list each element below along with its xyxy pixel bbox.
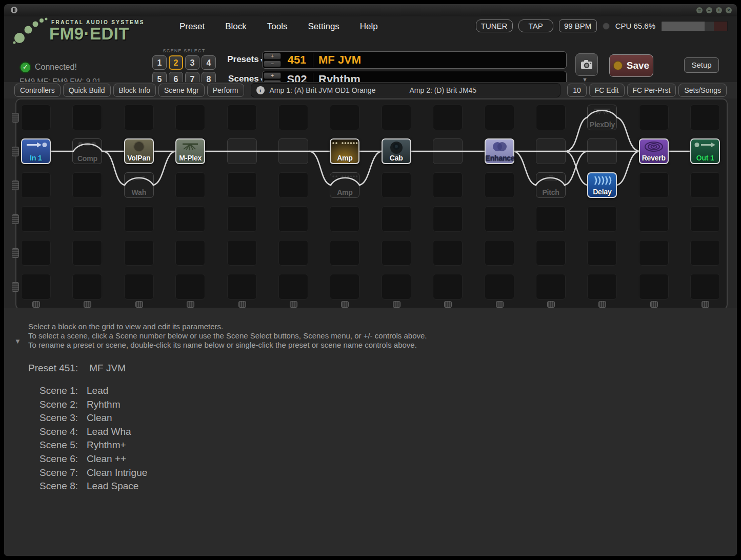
menu-tools[interactable]: Tools [267, 22, 288, 32]
grid-slot[interactable] [278, 172, 308, 198]
block-amp[interactable]: Amp [330, 172, 359, 198]
grid-slot[interactable] [690, 240, 720, 266]
bpm-display[interactable]: 99 BPM [559, 19, 597, 32]
preset-decrement-button[interactable]: − [264, 61, 281, 67]
grid-slot[interactable] [433, 172, 463, 198]
grid-slot[interactable] [639, 172, 669, 198]
menu-settings[interactable]: Settings [308, 22, 339, 32]
grid-slot[interactable] [227, 206, 257, 232]
scene-list-name[interactable]: Clean Intrigue [87, 467, 147, 478]
row-handle[interactable] [12, 113, 19, 123]
block-enhance[interactable]: Enhance [485, 138, 514, 164]
menu-block[interactable]: Block [225, 22, 247, 32]
sets-songs-button[interactable]: Sets/Songs [678, 84, 727, 97]
tap-button[interactable]: TAP [518, 19, 553, 32]
block-wah[interactable]: Wah [124, 172, 154, 198]
preset-name[interactable]: MF JVM [313, 53, 566, 67]
block-reverb[interactable]: Reverb [639, 138, 669, 164]
window-pin-icon[interactable] [696, 7, 703, 13]
column-handle[interactable] [496, 301, 504, 308]
scene-increment-button[interactable]: + [264, 72, 281, 79]
grid-slot[interactable] [124, 274, 154, 299]
scene-list-name[interactable]: Clean [87, 412, 112, 423]
grid-slot[interactable] [21, 274, 51, 299]
grid-slot[interactable] [690, 206, 720, 232]
scene-list-row[interactable]: Scene 7:Clean Intrigue [28, 466, 147, 480]
column-handle[interactable] [290, 301, 297, 308]
block-volpan[interactable]: VolPan [124, 138, 154, 164]
grid-slot[interactable] [485, 206, 514, 232]
scene-list-row[interactable]: Scene 8:Lead Space [28, 479, 147, 493]
block-info-button[interactable]: Block Info [113, 84, 156, 97]
grid-slot[interactable] [21, 105, 51, 130]
grid-slot-shunt[interactable] [227, 138, 257, 164]
menu-preset[interactable]: Preset [179, 22, 205, 32]
scene-select-button-3[interactable]: 3 [185, 55, 199, 70]
block-comp[interactable]: Comp [72, 138, 102, 164]
grid-slot[interactable] [382, 172, 411, 198]
grid-slot[interactable] [382, 206, 411, 232]
grid-slot[interactable] [175, 240, 205, 266]
column-handle[interactable] [650, 301, 658, 308]
grid-slot[interactable] [72, 172, 102, 198]
block-m-plex[interactable]: M-Plex [175, 138, 205, 164]
scene-list-name[interactable]: Lead Space [87, 481, 138, 491]
grid-slot[interactable] [639, 206, 669, 232]
scene-mgr-button[interactable]: Scene Mgr [158, 84, 205, 97]
scene-list-name[interactable]: Lead [87, 385, 108, 396]
grid-slot[interactable] [175, 206, 205, 232]
scene-list-row[interactable]: Scene 1:Lead [28, 384, 147, 398]
quick-build-button[interactable]: Quick Build [63, 84, 111, 97]
perform-button[interactable]: Perform [207, 84, 244, 97]
preset-number[interactable]: 451 [281, 53, 313, 67]
grid-slot[interactable] [382, 105, 411, 130]
save-button[interactable]: Save [609, 54, 653, 77]
row-handle[interactable] [12, 282, 19, 292]
fc-per-preset-button[interactable]: FC Per-Prst [627, 84, 676, 97]
preset-list-row[interactable]: Preset 451: MF JVM [28, 361, 147, 375]
grid-slot[interactable] [690, 172, 720, 198]
preset-increment-button[interactable]: + [264, 53, 281, 59]
column-handle[interactable] [598, 301, 606, 308]
grid-slot[interactable] [433, 240, 463, 266]
column-handle[interactable] [32, 301, 40, 308]
grid-slot[interactable] [536, 105, 566, 130]
maximize-icon[interactable] [716, 7, 722, 13]
grid-slot[interactable] [485, 240, 514, 266]
scene-list-name[interactable]: Clean ++ [87, 453, 126, 464]
grid-slot[interactable] [690, 274, 720, 299]
row-handle[interactable] [12, 147, 19, 156]
column-handle[interactable] [84, 301, 91, 308]
preset-list-name[interactable]: MF JVM [89, 363, 126, 373]
preset-field[interactable]: + − 451 MF JVM [262, 51, 567, 69]
close-icon[interactable] [726, 7, 732, 13]
scene-list-row[interactable]: Scene 6:Clean ++ [28, 452, 147, 466]
grid-slot[interactable] [21, 172, 51, 198]
snapshot-button[interactable] [575, 53, 598, 76]
grid-slot[interactable] [72, 206, 102, 232]
grid-slot[interactable] [485, 274, 514, 299]
grid-slot[interactable] [278, 274, 308, 299]
block-plexdly[interactable]: PlexDly [587, 105, 617, 130]
grid-slot[interactable] [330, 105, 359, 130]
scene-select-button-4[interactable]: 4 [202, 55, 216, 70]
block-in1[interactable]: In 1 [21, 138, 51, 164]
grid-slot[interactable] [330, 240, 359, 266]
grid-slot[interactable] [227, 105, 257, 130]
grid-slot[interactable] [536, 274, 566, 299]
grid-slot[interactable] [278, 240, 308, 266]
grid-slot[interactable] [227, 172, 257, 198]
grid-slot[interactable] [433, 274, 463, 299]
grid-slot-shunt[interactable] [536, 138, 566, 164]
block-delay[interactable]: Delay [587, 172, 617, 198]
grid-slot[interactable] [227, 240, 257, 266]
scene-list-name[interactable]: Lead Wha [87, 426, 131, 437]
presets-menu[interactable]: Presets [219, 54, 264, 65]
grid-slot[interactable] [278, 206, 308, 232]
column-handle[interactable] [187, 301, 194, 308]
scene-list-name[interactable]: Ryhthm [87, 399, 120, 410]
grid-slot[interactable] [536, 206, 566, 232]
minimize-icon[interactable] [706, 7, 712, 13]
block-cab[interactable]: Cab [382, 138, 411, 164]
column-handle[interactable] [547, 301, 555, 308]
